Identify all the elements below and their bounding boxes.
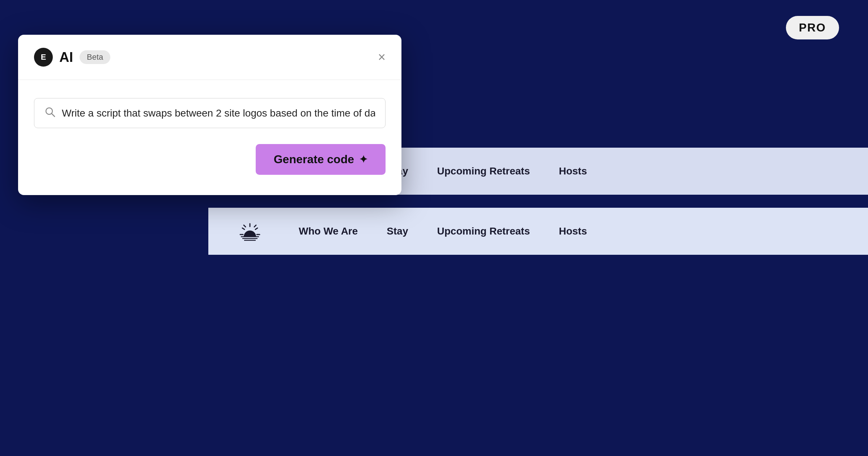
generate-code-label: Generate code [274, 153, 354, 166]
search-input[interactable] [62, 107, 375, 119]
modal-header: E AI Beta × [18, 35, 401, 80]
close-button[interactable]: × [378, 51, 386, 64]
nav-link-hosts-2[interactable]: Hosts [559, 225, 587, 237]
svg-line-11 [244, 225, 246, 227]
generate-code-button[interactable]: Generate code ✦ [256, 144, 386, 175]
elementor-logo: E [34, 48, 53, 67]
generate-btn-container: Generate code ✦ [34, 144, 386, 175]
nav-link-hosts-1[interactable]: Hosts [559, 165, 587, 177]
ai-modal: E AI Beta × Generate code ✦ [18, 35, 401, 195]
modal-title: AI [59, 50, 73, 65]
pro-badge: PRO [786, 16, 839, 39]
nav-link-upcoming-retreats-2[interactable]: Upcoming Retreats [437, 225, 530, 237]
day-logo-icon [237, 219, 263, 244]
beta-badge: Beta [80, 50, 110, 64]
logo-letter: E [41, 52, 46, 62]
svg-line-12 [254, 225, 256, 227]
svg-line-14 [52, 114, 55, 117]
nav-links-day: Who We Are Stay Upcoming Retreats Hosts [299, 225, 587, 237]
nav-link-stay-2[interactable]: Stay [387, 225, 408, 237]
svg-line-7 [242, 228, 244, 229]
svg-line-8 [255, 228, 258, 229]
nav-bar-day: Who We Are Stay Upcoming Retreats Hosts [208, 208, 868, 255]
search-icon [44, 106, 55, 120]
search-container [34, 98, 386, 128]
nav-link-upcoming-retreats-1[interactable]: Upcoming Retreats [437, 165, 530, 177]
sparkle-icon: ✦ [359, 153, 367, 165]
modal-body: Generate code ✦ [18, 80, 401, 195]
nav-link-who-we-are-2[interactable]: Who We Are [299, 225, 358, 237]
